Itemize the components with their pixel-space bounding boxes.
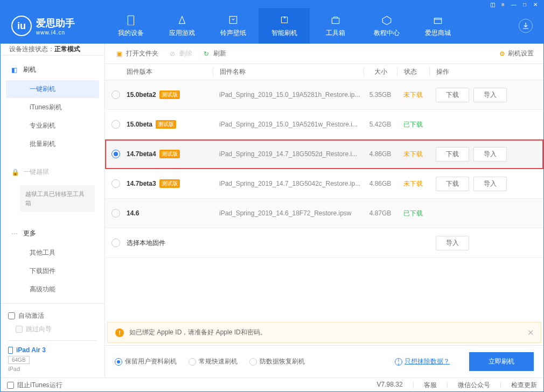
check-update-link[interactable]: 检查更新: [511, 381, 537, 390]
info-icon: !: [395, 358, 402, 366]
select-radio[interactable]: [111, 150, 120, 158]
sidebar-more-head[interactable]: ⋯ 更多: [1, 223, 104, 243]
firmware-row[interactable]: 15.0beta测试版iPad_Spring_2019_15.0_19A5261…: [105, 110, 543, 139]
radio-icon: [249, 358, 257, 366]
win-maximize-icon[interactable]: □: [522, 2, 527, 7]
refresh-button[interactable]: ↻ 刷新: [202, 49, 226, 58]
firmware-row[interactable]: 14.6iPad_Spring_2019_14.6_18F72_Restore.…: [105, 199, 543, 228]
nav-我的设备[interactable]: 我的设备: [105, 8, 156, 44]
erase-only-link[interactable]: ! 只想抹除数据？: [395, 357, 450, 366]
refresh-icon: ↻: [202, 50, 211, 58]
flash-settings-button[interactable]: ⚙ 刷机设置: [499, 49, 534, 58]
sidebar-item-下载固件[interactable]: 下载固件: [6, 262, 99, 280]
download-manager-icon[interactable]: [519, 19, 533, 33]
version-label: V7.98.32: [377, 381, 403, 390]
main-content: ▣ 打开文件夹 ⊘ 删除 ↻ 刷新 ⚙ 刷机设置 固件版本 固件名称 大小 状态…: [105, 44, 543, 377]
flash-option-0[interactable]: 保留用户资料刷机: [115, 357, 177, 366]
flash-now-button[interactable]: 立即刷机: [469, 352, 534, 371]
nav-icon: [125, 14, 137, 26]
firmware-filename: iPad_Spring_2019_14.7_18G5052d_Restore.i…: [213, 150, 364, 158]
flash-icon: ◧: [11, 66, 19, 74]
flash-option-1[interactable]: 常规快速刷机: [189, 357, 238, 366]
customer-service-link[interactable]: 客服: [424, 381, 437, 390]
nav-工具箱[interactable]: 工具箱: [310, 8, 361, 44]
firmware-status: 未下载: [397, 150, 429, 159]
sidebar-jailbreak-head: 🔒 一键越狱: [1, 162, 104, 182]
nav-icon: [330, 14, 341, 26]
sidebar-item-高级功能[interactable]: 高级功能: [6, 281, 99, 298]
nav-icon: [176, 14, 188, 26]
lock-icon: 🔒: [11, 169, 19, 176]
select-radio[interactable]: [111, 209, 120, 218]
firmware-version: 15.0beta: [127, 121, 152, 128]
gear-icon: ⚙: [499, 50, 505, 58]
import-button[interactable]: 导入: [436, 236, 469, 250]
nav-应用游戏[interactable]: 应用游戏: [156, 8, 207, 44]
sidebar-item-一键刷机[interactable]: 一键刷机: [6, 80, 99, 98]
logo-icon: iu: [11, 16, 32, 36]
import-button[interactable]: 导入: [473, 147, 507, 162]
local-firmware-row[interactable]: 选择本地固件导入: [105, 228, 543, 258]
download-button[interactable]: 下载: [436, 177, 469, 191]
nav-icon: [278, 14, 290, 26]
app-url: www.i4.cn: [36, 30, 75, 36]
skip-guide-checkbox[interactable]: 跳过向导: [16, 323, 52, 336]
firmware-row[interactable]: 14.7beta3测试版iPad_Spring_2019_14.7_18G504…: [105, 169, 543, 199]
sidebar: 设备连接状态：正常模式 ◧ 刷机 一键刷机iTunes刷机专业刷机批量刷机 🔒 …: [1, 44, 105, 377]
sidebar-item-iTunes刷机[interactable]: iTunes刷机: [6, 99, 99, 116]
radio-icon: [189, 358, 196, 366]
close-warning-icon[interactable]: ✕: [527, 328, 534, 338]
nav-icon: [227, 14, 239, 26]
auto-activate-checkbox[interactable]: 自动激活: [8, 309, 97, 323]
win-shirt-icon[interactable]: ◫: [490, 2, 495, 7]
firmware-version: 14.7beta4: [127, 150, 156, 158]
header: iu 爱思助手 www.i4.cn 我的设备应用游戏铃声壁纸智能刷机工具箱教程中…: [1, 8, 543, 44]
nav-爱思商城[interactable]: 爱思商城: [412, 8, 463, 44]
firmware-size: 5.42GB: [364, 121, 397, 128]
import-button[interactable]: 导入: [473, 88, 507, 102]
win-close-icon[interactable]: ✕: [533, 2, 538, 7]
ipad-icon: [8, 347, 13, 354]
sidebar-item-批量刷机[interactable]: 批量刷机: [6, 135, 99, 153]
download-button[interactable]: 下载: [436, 147, 469, 162]
win-menu-icon[interactable]: ≡: [500, 2, 506, 7]
select-radio[interactable]: [111, 90, 120, 99]
sidebar-flash-head[interactable]: ◧ 刷机: [1, 60, 104, 80]
warning-icon: !: [115, 328, 124, 337]
select-radio[interactable]: [111, 120, 120, 129]
select-radio[interactable]: [111, 239, 120, 247]
beta-tag: 测试版: [156, 120, 176, 129]
firmware-row[interactable]: 15.0beta2测试版iPad_Spring_2019_15.0_19A528…: [105, 80, 543, 110]
firmware-version: 15.0beta2: [127, 91, 156, 99]
sidebar-item-专业刷机[interactable]: 专业刷机: [6, 117, 99, 135]
firmware-size: 4.86GB: [364, 150, 397, 158]
open-folder-button[interactable]: ▣ 打开文件夹: [115, 49, 158, 58]
download-button[interactable]: 下载: [436, 88, 469, 102]
select-radio[interactable]: [111, 179, 120, 188]
warning-bar: ! 如已绑定 Apple ID，请准备好 Apple ID和密码。 ✕: [107, 322, 541, 343]
flash-option-2[interactable]: 防数据恢复刷机: [249, 357, 305, 366]
svg-rect-0: [128, 16, 134, 25]
footer: 阻止iTunes运行 V7.98.32| 客服| 微信公众号| 检查更新: [1, 377, 543, 392]
firmware-status: 已下载: [397, 209, 429, 218]
nav-智能刷机[interactable]: 智能刷机: [259, 8, 310, 44]
block-itunes-checkbox[interactable]: 阻止iTunes运行: [7, 379, 62, 392]
firmware-status: 未下载: [397, 179, 429, 188]
svg-rect-3: [434, 18, 441, 24]
firmware-status: 已下载: [397, 120, 429, 129]
svg-rect-2: [332, 18, 339, 24]
delete-button: ⊘ 删除: [168, 49, 192, 58]
wechat-link[interactable]: 微信公众号: [458, 381, 490, 390]
radio-icon: [115, 358, 122, 366]
import-button[interactable]: 导入: [473, 177, 507, 191]
win-minimize-icon[interactable]: —: [511, 2, 517, 7]
firmware-size: 4.86GB: [364, 180, 397, 187]
delete-icon: ⊘: [168, 50, 177, 58]
firmware-version: 14.6: [127, 209, 139, 217]
window-controls: ◫ ≡ — □ ✕: [1, 1, 543, 8]
firmware-row[interactable]: 14.7beta4测试版iPad_Spring_2019_14.7_18G505…: [105, 139, 543, 169]
sidebar-item-其他工具[interactable]: 其他工具: [6, 244, 99, 262]
logo: iu 爱思助手 www.i4.cn: [1, 16, 105, 36]
nav-教程中心[interactable]: 教程中心: [361, 8, 412, 44]
nav-铃声壁纸[interactable]: 铃声壁纸: [207, 8, 259, 44]
